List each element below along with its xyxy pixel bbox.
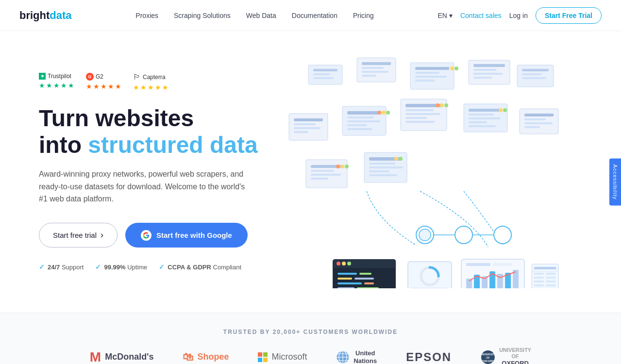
hero-left: Trustpilot ★ ★ ★ ★ ★ G G2 ★ ★ ★ <box>39 73 258 271</box>
contact-sales-link[interactable]: Contact sales <box>460 12 502 19</box>
start-free-trial-nav-button[interactable]: Start Free Trial <box>536 7 602 24</box>
check-icon-compliance: ✓ <box>159 263 165 271</box>
svg-text:UNIVERSITY: UNIVERSITY <box>481 353 495 356</box>
hero-section: Trustpilot ★ ★ ★ ★ ★ G G2 ★ ★ ★ <box>0 31 621 313</box>
svg-rect-26 <box>294 118 323 121</box>
g2-label: G2 <box>96 73 103 80</box>
svg-rect-10 <box>415 67 449 70</box>
svg-rect-57 <box>524 114 554 116</box>
nav-pricing[interactable]: Pricing <box>353 12 374 19</box>
trustpilot-icon <box>39 73 46 80</box>
start-with-google-button[interactable]: Start free with Google <box>125 223 248 248</box>
svg-point-78 <box>419 229 431 241</box>
hero-heading: Turn websites into structured data <box>39 105 258 158</box>
login-link[interactable]: Log in <box>509 12 528 19</box>
heading-line2-colored: structured data <box>88 132 257 158</box>
accessibility-button[interactable]: Accessibility <box>609 159 621 206</box>
uptime-text: Uptime <box>126 264 148 271</box>
svg-rect-3 <box>313 77 334 79</box>
svg-rect-7 <box>362 71 388 73</box>
g2-rating: G G2 ★ ★ ★ ★ ★ <box>86 73 121 91</box>
svg-rect-18 <box>473 69 497 71</box>
heading-line2-plain: into <box>39 132 88 158</box>
svg-rect-2 <box>313 73 330 75</box>
svg-rect-51 <box>469 117 501 119</box>
nav-proxies[interactable]: Proxies <box>135 12 158 19</box>
svg-rect-96 <box>357 287 379 288</box>
nav-documentation[interactable]: Documentation <box>292 12 337 19</box>
svg-rect-6 <box>362 67 384 69</box>
svg-rect-128 <box>263 358 268 362</box>
svg-point-68 <box>345 165 349 168</box>
svg-rect-100 <box>411 288 448 288</box>
logo[interactable]: bright data <box>19 9 72 22</box>
check-icon-uptime: ✓ <box>95 263 101 271</box>
svg-rect-65 <box>311 178 328 180</box>
svg-rect-91 <box>337 278 352 280</box>
logo-epson: EPSON <box>406 350 452 364</box>
btn-google-label: Start free with Google <box>156 231 232 239</box>
svg-rect-33 <box>347 120 380 122</box>
capterra-icon: 🏳 <box>133 73 141 82</box>
svg-rect-8 <box>362 75 376 77</box>
svg-point-80 <box>494 226 511 244</box>
trustpilot-rating: Trustpilot ★ ★ ★ ★ ★ <box>39 73 74 91</box>
svg-rect-117 <box>534 277 544 279</box>
svg-rect-63 <box>311 170 334 172</box>
btn-trial-arrow: › <box>101 230 103 240</box>
compliance-text: Compliant <box>211 264 241 271</box>
uptime-bold: 99.99% <box>104 264 125 271</box>
svg-text:OXFORD: OXFORD <box>482 360 494 363</box>
svg-point-75 <box>394 157 398 161</box>
svg-point-36 <box>377 111 381 115</box>
check-icon-support: ✓ <box>39 263 45 271</box>
svg-point-46 <box>440 103 444 107</box>
svg-rect-58 <box>524 118 546 120</box>
nav-scraping-solutions[interactable]: Scraping Solutions <box>174 12 231 19</box>
trusted-section: TRUSTED BY 20,000+ CUSTOMERS WORLDWIDE M… <box>0 313 621 364</box>
svg-rect-119 <box>534 281 544 282</box>
logo-united-nations: United Nations <box>336 349 377 364</box>
compliance-bold: CCPA & GDPR <box>168 264 211 271</box>
svg-rect-32 <box>347 116 374 118</box>
trust-support: ✓ 24/7 Support <box>39 263 84 271</box>
svg-rect-74 <box>369 174 397 176</box>
svg-rect-113 <box>534 267 556 269</box>
svg-rect-22 <box>522 69 549 71</box>
svg-rect-17 <box>473 64 505 67</box>
svg-rect-35 <box>347 128 372 130</box>
btn-trial-label: Start free trial <box>53 231 97 239</box>
svg-point-54 <box>499 108 503 112</box>
svg-point-47 <box>444 103 448 107</box>
svg-rect-25 <box>289 114 328 140</box>
capterra-rating: 🏳 Capterra ★ ★ ★ ★ ★ <box>133 73 168 91</box>
capterra-stars: ★ ★ ★ ★ ★ <box>133 83 168 91</box>
svg-rect-116 <box>546 273 555 275</box>
lang-selector[interactable]: EN ▾ <box>438 12 453 19</box>
capterra-label: Capterra <box>143 74 166 81</box>
svg-point-38 <box>386 111 390 115</box>
illustration-svg <box>258 55 582 288</box>
logo-microsoft: Microsoft <box>258 352 307 362</box>
svg-rect-56 <box>520 109 558 134</box>
svg-point-76 <box>399 157 403 161</box>
start-free-trial-button[interactable]: Start free trial › <box>39 223 117 248</box>
hero-subtext: Award-winning proxy networks, powerful w… <box>39 168 252 205</box>
svg-rect-126 <box>263 352 268 357</box>
svg-point-79 <box>455 226 472 244</box>
logo-data: data <box>50 9 71 22</box>
ratings-row: Trustpilot ★ ★ ★ ★ ★ G G2 ★ ★ ★ <box>39 73 258 91</box>
svg-rect-120 <box>546 281 555 282</box>
svg-point-15 <box>454 66 458 70</box>
logo-oxford: UNIVERSITY OF OXFORD UNIVERSITY OF OXFOR… <box>481 347 531 364</box>
svg-rect-122 <box>546 284 555 286</box>
svg-rect-125 <box>258 352 262 357</box>
svg-point-37 <box>382 111 386 115</box>
svg-point-87 <box>342 262 346 265</box>
svg-rect-4 <box>357 58 396 82</box>
accessibility-label: Accessibility <box>612 165 618 200</box>
svg-rect-90 <box>359 273 371 275</box>
svg-point-45 <box>436 103 439 107</box>
nav-web-data[interactable]: Web Data <box>246 12 276 19</box>
support-text: Support <box>60 264 84 271</box>
